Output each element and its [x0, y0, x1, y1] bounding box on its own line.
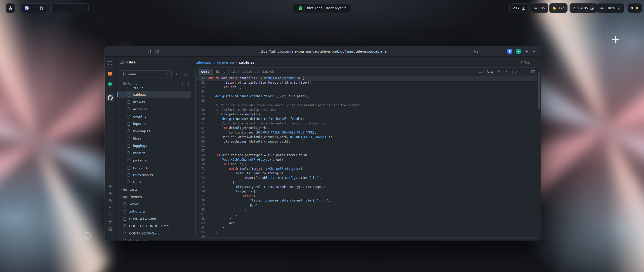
tab-blame[interactable]: Blame [213, 69, 228, 75]
back-to-top-link[interactable]: Top [520, 61, 530, 64]
tab-code[interactable]: Code [198, 69, 213, 75]
line-number[interactable]: 85 [196, 230, 208, 234]
line-number[interactable]: 43 [196, 76, 208, 80]
line-number[interactable]: 68 [196, 153, 208, 157]
tree-file-row[interactable]: logging.rs [117, 142, 191, 149]
line-number[interactable]: 69 [196, 157, 208, 162]
breadcrumb-dir-link[interactable]: television [217, 60, 234, 64]
new-file-button[interactable] [173, 71, 180, 78]
branch-selector[interactable]: main [120, 70, 172, 78]
download-file-button[interactable] [503, 69, 510, 75]
tree-file-row[interactable]: cable.rs [117, 91, 191, 98]
compass-icon[interactable] [106, 184, 114, 190]
tree-folder-row[interactable]: themes [117, 193, 191, 200]
breadcrumb-repo-link[interactable]: television [195, 60, 212, 64]
tree-file-row[interactable]: main.rs [117, 149, 191, 157]
tree-file-row[interactable]: CONTRIBUTING.md [117, 230, 191, 237]
weather-widget[interactable]: 17° [549, 3, 568, 13]
line-number[interactable]: 64 [196, 135, 208, 139]
tree-file-row[interactable]: tui.rs [117, 179, 191, 186]
line-number[interactable]: 61 [196, 121, 208, 126]
tree-file-row[interactable]: CHANGELOG.md [117, 215, 191, 222]
tree-file-row[interactable]: app.rs [117, 87, 191, 91]
line-number[interactable]: 57 [196, 103, 208, 108]
line-number[interactable]: 62 [196, 126, 208, 130]
copy-file-button[interactable] [495, 69, 503, 75]
line-number[interactable]: 55 [196, 94, 208, 98]
audio-widget[interactable]: 100% [597, 3, 624, 13]
lock-icon[interactable] [106, 205, 114, 211]
tree-file-row[interactable]: television.rs [117, 171, 191, 179]
pinned-tab-icon[interactable] [106, 80, 114, 88]
line-number[interactable]: 86 [196, 234, 208, 237]
notifications-widget[interactable]: 8 [627, 3, 642, 13]
line-number[interactable]: 54 [196, 89, 208, 94]
keyboard-layout-widget[interactable]: US [531, 3, 548, 13]
download-icon[interactable] [106, 233, 114, 239]
clock-widget[interactable]: 21:04:05 [570, 3, 597, 13]
line-number[interactable]: 71 [196, 166, 208, 171]
page-scrollbar[interactable] [538, 72, 540, 110]
extensions-icon[interactable] [155, 50, 159, 53]
music-icon[interactable]: ♪ [106, 212, 114, 218]
line-number[interactable]: 60 [196, 117, 208, 121]
tree-file-row[interactable]: errors.rs [117, 106, 191, 113]
tree-file-row[interactable]: CODE_OF_CONDUCT.md [117, 222, 191, 230]
tree-folder-row[interactable]: tests [117, 186, 191, 193]
tree-file-row[interactable]: Cargo.lock [117, 237, 191, 241]
line-number[interactable]: 74 [196, 180, 208, 185]
url-bar[interactable]: https://github.com/alexpasmantier/televi… [258, 46, 387, 57]
line-number[interactable]: 63 [196, 130, 208, 135]
cube-icon[interactable] [106, 198, 114, 204]
edit-file-button[interactable] [513, 69, 520, 75]
line-number[interactable]: 70 [196, 162, 208, 166]
line-number[interactable]: 76 [196, 189, 208, 194]
files-app-icon[interactable] [39, 5, 44, 11]
edit-dropdown-button[interactable] [520, 69, 527, 75]
line-number[interactable]: 77 [196, 194, 208, 198]
tree-file-row[interactable]: lib.rs [117, 135, 191, 142]
tree-file-row[interactable]: event.rs [117, 113, 191, 120]
symbols-panel-icon[interactable] [531, 70, 535, 74]
tree-file-row[interactable]: .envrc [117, 200, 191, 208]
search-tree-button[interactable] [182, 71, 189, 78]
goto-file-input[interactable] [120, 80, 189, 87]
archive-icon[interactable] [106, 219, 114, 225]
line-number[interactable]: 83 [196, 221, 208, 225]
raw-button[interactable]: Raw [485, 69, 495, 75]
pinned-tab-icon[interactable] [106, 59, 114, 67]
line-number[interactable]: 80 [196, 207, 208, 212]
line-number[interactable]: 65 [196, 139, 208, 144]
pinned-tab-icon[interactable] [106, 70, 114, 77]
music-app-icon[interactable]: ♪ [31, 5, 36, 11]
media-player-widget[interactable]: Chief Keef - Treat Myself [293, 3, 351, 13]
tree-file-row[interactable]: keymap.rs [117, 127, 191, 135]
line-number[interactable]: 67 [196, 148, 208, 153]
line-number[interactable]: 58 [196, 108, 208, 112]
line-number[interactable]: 79 [196, 203, 208, 207]
tree-file-row[interactable]: draw.rs [117, 98, 191, 106]
more-menu-icon[interactable] [533, 50, 537, 53]
line-number[interactable]: 53 [196, 85, 208, 89]
tree-file-row[interactable]: render.rs [117, 164, 191, 171]
line-number[interactable]: 75 [196, 185, 208, 189]
tree-file-row[interactable]: input.rs [117, 120, 191, 127]
line-number[interactable]: 66 [196, 144, 208, 148]
grid-icon[interactable] [106, 226, 114, 232]
duplicate-tab-icon[interactable] [474, 50, 478, 53]
extension-icon[interactable] [516, 49, 521, 54]
line-number[interactable]: 59 [196, 112, 208, 117]
collapse-sidebar-icon[interactable] [120, 60, 124, 64]
updates-widget[interactable]: 217 [509, 3, 529, 13]
tree-file-row[interactable]: .gitignore [117, 208, 191, 215]
copilot-icon[interactable] [478, 70, 482, 74]
line-number[interactable]: 72 [196, 171, 208, 176]
launcher-button[interactable] [6, 3, 15, 13]
tree-file-row[interactable]: picker.rs [117, 157, 191, 164]
github-tab-icon[interactable] [106, 94, 114, 101]
browser-app-icon[interactable] [24, 5, 29, 11]
line-number[interactable]: 78 [196, 198, 208, 203]
globe-icon[interactable] [106, 191, 114, 197]
line-number[interactable]: 73 [196, 176, 208, 180]
line-number[interactable]: 82 [196, 216, 208, 221]
